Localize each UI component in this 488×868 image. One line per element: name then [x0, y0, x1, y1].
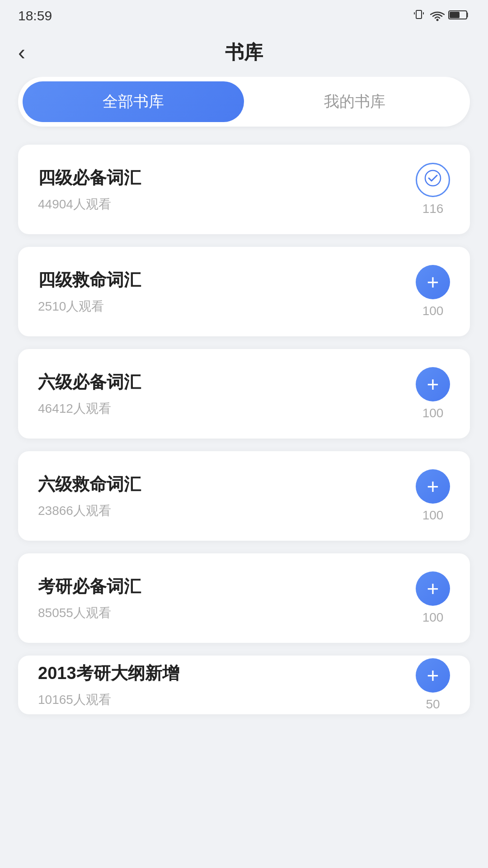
plus-icon-2: + — [427, 272, 439, 292]
book-card-6[interactable]: 2013考研大纲新增 10165人观看 + 50 — [18, 656, 470, 714]
book-info-3: 六级必备词汇 46412人观看 — [38, 371, 402, 417]
status-time: 18:59 — [18, 8, 52, 24]
plus-icon-4: + — [427, 476, 439, 497]
book-right-2: + 100 — [416, 265, 450, 318]
book-count-5: 100 — [422, 610, 444, 625]
check-button-1[interactable] — [416, 163, 450, 197]
vibrate-icon — [413, 9, 425, 24]
book-right-1: 116 — [416, 163, 450, 216]
book-card-3[interactable]: 六级必备词汇 46412人观看 + 100 — [18, 349, 470, 439]
book-info-2: 四级救命词汇 2510人观看 — [38, 269, 402, 315]
back-button[interactable]: ‹ — [18, 42, 25, 63]
book-right-6: + 50 — [416, 658, 450, 712]
tab-my-library[interactable]: 我的书库 — [244, 81, 465, 122]
check-icon-1 — [424, 170, 441, 191]
book-right-4: + 100 — [416, 469, 450, 523]
add-button-3[interactable]: + — [416, 367, 450, 401]
book-card-1[interactable]: 四级必备词汇 44904人观看 116 — [18, 145, 470, 234]
book-right-5: + 100 — [416, 571, 450, 625]
add-button-5[interactable]: + — [416, 571, 450, 606]
book-card-4[interactable]: 六级救命词汇 23866人观看 + 100 — [18, 451, 470, 541]
book-count-6: 50 — [426, 697, 440, 712]
book-views-3: 46412人观看 — [38, 400, 402, 417]
status-bar: 18:59 — [0, 0, 488, 28]
book-count-2: 100 — [422, 304, 444, 318]
book-info-4: 六级救命词汇 23866人观看 — [38, 473, 402, 519]
book-card-2[interactable]: 四级救命词汇 2510人观看 + 100 — [18, 247, 470, 336]
book-views-2: 2510人观看 — [38, 298, 402, 315]
svg-point-3 — [436, 19, 439, 21]
book-count-1: 116 — [422, 202, 444, 216]
plus-icon-6: + — [427, 665, 439, 686]
book-right-3: + 100 — [416, 367, 450, 420]
book-title-1: 四级必备词汇 — [38, 166, 402, 189]
svg-point-6 — [425, 170, 441, 186]
book-info-5: 考研必备词汇 85055人观看 — [38, 575, 402, 622]
book-info-1: 四级必备词汇 44904人观看 — [38, 166, 402, 213]
book-views-5: 85055人观看 — [38, 604, 402, 622]
book-card-5[interactable]: 考研必备词汇 85055人观看 + 100 — [18, 553, 470, 643]
plus-icon-3: + — [427, 374, 439, 395]
svg-rect-5 — [450, 12, 460, 18]
book-title-5: 考研必备词汇 — [38, 575, 402, 598]
book-views-6: 10165人观看 — [38, 691, 402, 708]
book-title-2: 四级救命词汇 — [38, 269, 402, 292]
header: ‹ 书库 — [0, 28, 488, 77]
tab-switcher: 全部书库 我的书库 — [18, 77, 470, 127]
battery-icon — [448, 9, 470, 23]
book-count-4: 100 — [422, 508, 444, 523]
book-views-4: 23866人观看 — [38, 502, 402, 519]
add-button-4[interactable]: + — [416, 469, 450, 504]
add-button-2[interactable]: + — [416, 265, 450, 299]
svg-rect-1 — [414, 12, 415, 14]
wifi-icon — [430, 11, 443, 21]
add-button-6[interactable]: + — [416, 658, 450, 693]
book-views-1: 44904人观看 — [38, 196, 402, 213]
book-info-6: 2013考研大纲新增 10165人观看 — [38, 662, 402, 708]
book-title-4: 六级救命词汇 — [38, 473, 402, 496]
book-title-6: 2013考研大纲新增 — [38, 662, 402, 685]
plus-icon-5: + — [427, 578, 439, 599]
status-icons — [413, 9, 470, 24]
book-count-3: 100 — [422, 406, 444, 420]
book-list: 四级必备词汇 44904人观看 116 四级救命词汇 2510人观看 + — [0, 145, 488, 714]
svg-rect-2 — [423, 12, 424, 14]
tab-all-library[interactable]: 全部书库 — [23, 81, 244, 122]
svg-rect-0 — [416, 10, 422, 19]
book-title-3: 六级必备词汇 — [38, 371, 402, 394]
page-title: 书库 — [225, 40, 263, 65]
